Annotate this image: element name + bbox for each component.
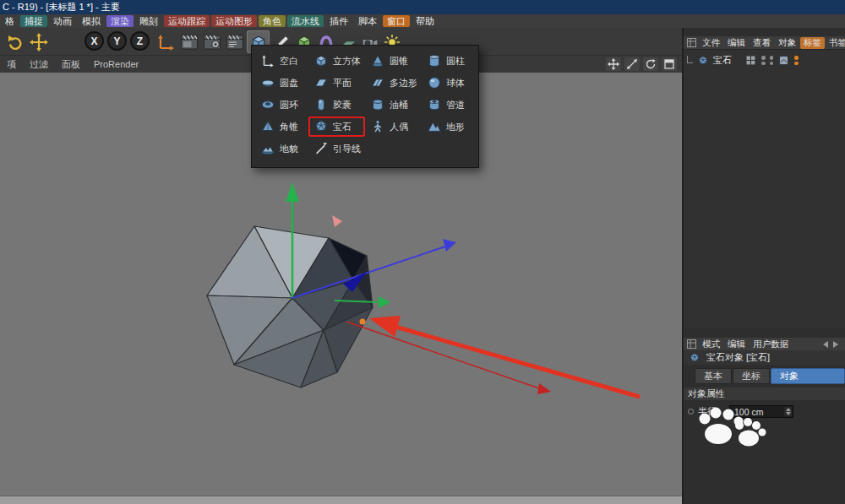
primitive-角锥[interactable]: 角锥 (255, 117, 308, 137)
attribute-title: 宝石对象 [宝石] (706, 351, 770, 364)
panel-icon[interactable] (687, 339, 696, 349)
render-view-button[interactable] (177, 30, 200, 53)
layer-grid-icon[interactable] (746, 56, 755, 65)
viewport-menu-项[interactable]: 项 (0, 58, 23, 71)
undo-button[interactable] (3, 30, 26, 53)
menu-item-插件[interactable]: 插件 (325, 15, 352, 27)
menu-item-格[interactable]: 格 (1, 15, 19, 27)
menu-item-捕捉[interactable]: 捕捉 (20, 15, 47, 27)
om-menu-文件[interactable]: 文件 (699, 37, 723, 49)
z-axis-arrow[interactable] (443, 239, 456, 252)
am-menu-模式[interactable]: 模式 (699, 339, 723, 350)
om-menu-对象[interactable]: 对象 (775, 37, 799, 49)
primitive-立方体[interactable]: 立方体 (308, 51, 365, 71)
primitive-label: 油桶 (390, 99, 408, 111)
object-manager-menu: 文件编辑查看对象标签书签 (684, 36, 845, 49)
attribute-tab-基本[interactable]: 基本 (695, 368, 732, 384)
menu-item-窗口[interactable]: 窗口 (383, 15, 410, 27)
panel-icon[interactable] (687, 38, 696, 47)
landscape-icon (426, 119, 442, 135)
viewport-menu-ProRender[interactable]: ProRender (87, 59, 145, 69)
primitive-圆柱[interactable]: 圆柱 (422, 51, 475, 71)
om-menu-书签[interactable]: 书签 (826, 37, 845, 49)
om-menu-标签[interactable]: 标签 (800, 37, 825, 49)
maximize-icon[interactable] (662, 57, 677, 71)
primitive-圆盘[interactable]: 圆盘 (255, 73, 308, 93)
primitive-球体[interactable]: 球体 (422, 73, 475, 93)
render-settings-button[interactable] (200, 30, 223, 53)
forward-arrow-icon[interactable] (833, 341, 838, 348)
object-manager[interactable]: 宝石 (684, 49, 845, 328)
oiltank-icon (369, 97, 385, 113)
om-menu-编辑[interactable]: 编辑 (724, 37, 749, 49)
primitive-人偶[interactable]: 人偶 (365, 117, 422, 137)
phong-tag-icon[interactable] (779, 56, 788, 65)
menu-item-帮助[interactable]: 帮助 (412, 15, 439, 27)
menu-item-流水线[interactable]: 流水线 (287, 15, 324, 27)
primitive-管道[interactable]: 管道 (422, 95, 475, 115)
section-header: 对象属性 (684, 387, 845, 400)
x-axis-arrow[interactable] (537, 383, 551, 394)
annotation-arrow (369, 316, 640, 397)
z-axis-lock-button[interactable]: Z (130, 31, 150, 51)
menu-item-模拟[interactable]: 模拟 (78, 15, 105, 27)
primitive-平面[interactable]: 平面 (308, 73, 365, 93)
attribute-tab-对象[interactable]: 对象 (771, 368, 845, 384)
menu-item-渲染[interactable]: 渲染 (106, 15, 134, 27)
x-axis-green-arrow[interactable] (379, 296, 390, 308)
attribute-tab-坐标[interactable]: 坐标 (733, 368, 770, 384)
primitive-label: 圆锥 (390, 55, 408, 68)
object-row-gem[interactable]: 宝石 (684, 54, 845, 67)
platonic-icon (689, 352, 701, 364)
x-axis-lock-button[interactable]: X (84, 31, 104, 51)
menu-item-运动跟踪[interactable]: 运动跟踪 (164, 15, 210, 27)
rotate-icon[interactable] (643, 57, 658, 71)
move-tool[interactable] (27, 30, 50, 53)
object-name[interactable]: 宝石 (713, 54, 732, 67)
primitive-圆锥[interactable]: 圆锥 (365, 51, 422, 71)
keyframe-circle[interactable] (688, 409, 694, 415)
menu-item-雕刻[interactable]: 雕刻 (135, 15, 162, 27)
menu-item-角色[interactable]: 角色 (259, 15, 286, 27)
window-title: C - R19) - [未标题 1 *] - 主要 (3, 2, 120, 12)
primitive-label: 角锥 (280, 121, 298, 133)
y-axis-arrow[interactable] (286, 182, 299, 202)
primitive-label: 空白 (280, 55, 298, 68)
render-queue-button[interactable] (223, 30, 246, 53)
attribute-title-row: 宝石对象 [宝石] (684, 350, 845, 365)
platonic-object[interactable] (207, 226, 373, 387)
primitive-地形[interactable]: 地形 (422, 117, 475, 137)
title-bar: C - R19) - [未标题 1 *] - 主要 (0, 0, 845, 14)
menu-item-脚本[interactable]: 脚本 (354, 15, 381, 27)
zoom-icon[interactable] (624, 57, 640, 71)
y-axis-lock-button[interactable]: Y (107, 31, 127, 51)
viewport-menu-面板[interactable]: 面板 (55, 58, 87, 71)
primitive-宝石[interactable]: 宝石 (308, 117, 365, 137)
menu-item-运动图形[interactable]: 运动图形 (211, 15, 257, 27)
editor-visibility-dots[interactable] (761, 56, 766, 65)
primitive-油桶[interactable]: 油桶 (365, 95, 422, 115)
pyramid-icon (259, 119, 275, 135)
primitive-label: 人偶 (390, 121, 408, 133)
coordinate-system-toggle[interactable] (154, 30, 177, 53)
menu-item-动画[interactable]: 动画 (49, 15, 76, 27)
primitive-多边形[interactable]: 多边形 (365, 73, 422, 93)
render-visibility-dots[interactable] (770, 56, 774, 65)
layer-color-dots[interactable] (794, 56, 799, 65)
primitive-地貌[interactable]: 地貌 (255, 138, 308, 159)
am-menu-编辑[interactable]: 编辑 (724, 339, 749, 350)
om-menu-查看[interactable]: 查看 (750, 37, 774, 49)
cube-icon (313, 53, 329, 69)
primitive-圆环[interactable]: 圆环 (255, 95, 308, 115)
primitive-空白[interactable]: 空白 (255, 51, 308, 71)
viewport-menu-过滤[interactable]: 过滤 (23, 58, 55, 71)
pan-icon[interactable] (606, 57, 621, 71)
radius-handle[interactable] (360, 319, 366, 325)
right-panel: 文件编辑查看对象标签书签 宝石 模式编辑用户数据 宝石对象 [宝石] (682, 28, 845, 504)
cylinder-icon (426, 53, 442, 69)
primitive-引导线[interactable]: 引导线 (308, 138, 365, 159)
primitive-胶囊[interactable]: 胶囊 (308, 95, 365, 115)
am-menu-用户数据[interactable]: 用户数据 (750, 339, 792, 350)
viewport-scrollbar[interactable] (0, 496, 682, 504)
back-arrow-icon[interactable] (823, 341, 828, 348)
